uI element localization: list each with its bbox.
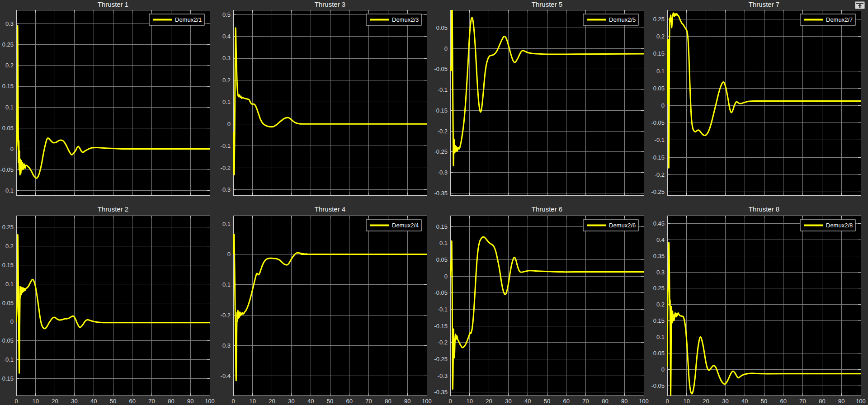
svg-text:0.45: 0.45	[653, 220, 665, 227]
dock-figure-icon	[856, 3, 863, 8]
svg-text:40: 40	[524, 398, 531, 405]
svg-text:90: 90	[187, 398, 193, 405]
svg-text:-0.05: -0.05	[434, 289, 448, 296]
svg-text:100: 100	[639, 398, 649, 405]
plot-title: Thruster 5	[532, 0, 562, 8]
svg-text:20: 20	[52, 398, 58, 405]
plot-title: Thruster 1	[98, 0, 128, 8]
svg-text:-0.05: -0.05	[0, 166, 14, 173]
svg-text:0: 0	[444, 45, 448, 52]
svg-text:0: 0	[10, 146, 14, 152]
dock-figure-button[interactable]	[855, 1, 865, 9]
svg-text:100: 100	[422, 398, 432, 405]
svg-text:90: 90	[404, 398, 410, 405]
svg-text:20: 20	[486, 398, 492, 405]
svg-text:-0.05: -0.05	[434, 66, 448, 72]
svg-text:0: 0	[227, 251, 231, 258]
plot-thruster-5: 0.050-0.05-0.1-0.15-0.2-0.25-0.3-0.35Thr…	[434, 0, 651, 202]
legend[interactable]: Demux2/3	[366, 14, 421, 25]
svg-text:0.05: 0.05	[436, 24, 448, 31]
legend[interactable]: Demux2/5	[583, 14, 638, 25]
plot-thruster-2: 0.250.20.150.10.050-0.05-0.1-0.150102030…	[0, 202, 217, 405]
svg-text:-0.3: -0.3	[438, 169, 448, 176]
svg-text:0: 0	[661, 102, 665, 109]
svg-text:-0.3: -0.3	[221, 186, 231, 193]
subplot-grid: 0.30.250.20.150.10.050-0.05-0.1Thruster …	[0, 0, 868, 405]
legend[interactable]: Demux2/4	[366, 220, 421, 231]
legend[interactable]: Demux2/8	[800, 220, 855, 231]
svg-text:-0.1: -0.1	[221, 281, 231, 288]
svg-text:90: 90	[838, 398, 844, 405]
svg-text:-0.3: -0.3	[221, 342, 231, 349]
svg-text:0: 0	[227, 121, 231, 127]
svg-text:0.05: 0.05	[2, 300, 14, 306]
svg-text:0.05: 0.05	[653, 350, 665, 357]
svg-text:-0.2: -0.2	[221, 312, 231, 319]
svg-text:20: 20	[269, 398, 275, 405]
plot-thruster-6: 0.150.10.050-0.05-0.1-0.15-0.2-0.25-0.3-…	[434, 202, 651, 405]
plot-title: Thruster 4	[315, 205, 345, 213]
svg-text:-0.2: -0.2	[221, 165, 231, 171]
svg-text:0.2: 0.2	[5, 243, 14, 250]
plot-thruster-8: 0.450.40.350.30.250.20.150.10.050-0.0501…	[651, 202, 868, 405]
svg-text:0.1: 0.1	[222, 99, 231, 105]
svg-text:0.15: 0.15	[436, 223, 448, 230]
svg-text:0.4: 0.4	[656, 236, 665, 243]
legend-label: Demux2/3	[392, 16, 419, 23]
svg-text:0.2: 0.2	[5, 62, 14, 69]
svg-text:40: 40	[90, 398, 97, 405]
svg-text:0: 0	[231, 398, 235, 405]
svg-text:-0.25: -0.25	[434, 356, 448, 363]
scope-figure-window: 0.30.250.20.150.10.050-0.05-0.1Thruster …	[0, 0, 868, 405]
svg-text:-0.1: -0.1	[438, 306, 448, 313]
svg-text:0.15: 0.15	[2, 83, 14, 89]
svg-text:80: 80	[602, 398, 608, 405]
svg-text:40: 40	[741, 398, 748, 405]
plot-title: Thruster 7	[749, 0, 779, 8]
svg-text:90: 90	[621, 398, 627, 405]
legend[interactable]: Demux2/7	[800, 14, 855, 25]
svg-text:50: 50	[761, 398, 767, 405]
svg-text:-0.2: -0.2	[655, 171, 665, 178]
legend[interactable]: Demux2/6	[583, 220, 638, 231]
svg-text:0.2: 0.2	[222, 77, 231, 84]
svg-text:80: 80	[168, 398, 174, 405]
legend-label: Demux2/7	[826, 16, 853, 23]
svg-text:40: 40	[307, 398, 314, 405]
svg-text:0.25: 0.25	[653, 285, 665, 292]
svg-text:-0.15: -0.15	[651, 154, 665, 161]
svg-text:0: 0	[665, 398, 669, 405]
svg-text:0.4: 0.4	[222, 33, 231, 40]
svg-text:60: 60	[346, 398, 353, 405]
svg-text:60: 60	[563, 398, 570, 405]
svg-text:-0.25: -0.25	[651, 188, 665, 195]
svg-text:100: 100	[205, 398, 215, 405]
svg-text:60: 60	[780, 398, 787, 405]
legend-label: Demux2/5	[609, 16, 636, 23]
svg-text:-0.15: -0.15	[434, 107, 448, 114]
svg-text:-0.35: -0.35	[434, 389, 448, 396]
svg-text:-0.1: -0.1	[655, 137, 665, 143]
svg-text:0.3: 0.3	[656, 269, 665, 276]
svg-text:0.15: 0.15	[2, 262, 14, 268]
plot-thruster-4: 0.10-0.1-0.2-0.3-0.401020304050607080901…	[217, 202, 434, 405]
svg-text:-0.4: -0.4	[221, 372, 231, 379]
svg-text:0.1: 0.1	[5, 281, 14, 287]
svg-text:0.3: 0.3	[5, 20, 14, 27]
svg-text:30: 30	[722, 398, 728, 405]
svg-text:70: 70	[148, 398, 155, 405]
svg-text:-0.05: -0.05	[651, 382, 665, 389]
svg-text:0.15: 0.15	[653, 317, 665, 324]
svg-text:0.25: 0.25	[2, 224, 14, 231]
svg-text:0.1: 0.1	[5, 104, 14, 111]
svg-text:0.05: 0.05	[2, 125, 14, 132]
svg-text:100: 100	[856, 398, 866, 405]
svg-text:30: 30	[505, 398, 511, 405]
legend-label: Demux2/8	[826, 222, 853, 229]
svg-text:-0.25: -0.25	[434, 148, 448, 155]
svg-text:0.35: 0.35	[653, 253, 665, 259]
legend[interactable]: Demux2/1	[149, 14, 204, 25]
svg-text:0.3: 0.3	[222, 55, 231, 61]
svg-text:-0.15: -0.15	[0, 375, 14, 382]
svg-text:0.1: 0.1	[656, 334, 665, 340]
